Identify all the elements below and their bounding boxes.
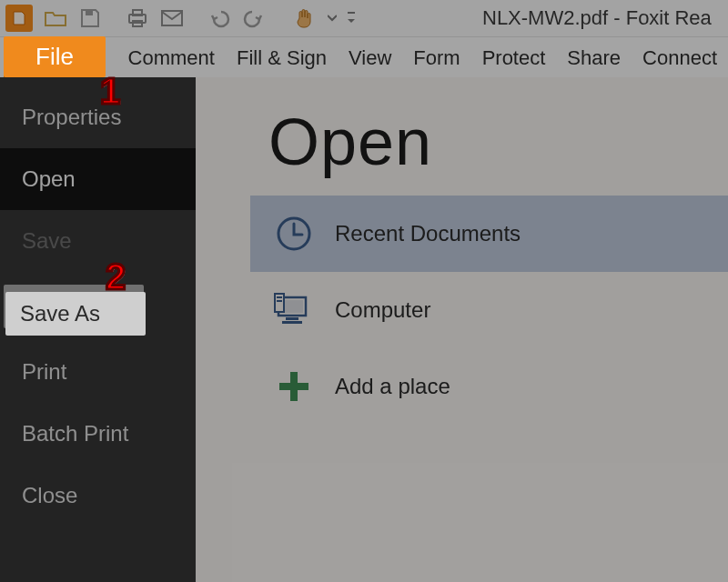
tab-connect[interactable]: Connect [632,37,728,78]
callout-2: 2 [106,256,126,297]
tab-form[interactable]: Form [402,37,470,78]
window-title: NLX-MW2.pdf - Foxit Rea [482,0,712,36]
open-icon[interactable] [42,5,69,32]
sidebar-item-save: Save [0,210,196,272]
app-window: NLX-MW2.pdf - Foxit Rea File Home Commen… [0,0,728,582]
svg-rect-2 [133,10,142,15]
tab-comment[interactable]: Comment [117,37,226,78]
svg-rect-12 [277,296,282,298]
undo-icon[interactable] [206,5,233,32]
svg-rect-13 [277,300,282,302]
tab-fill-sign[interactable]: Fill & Sign [226,37,338,78]
redo-icon[interactable] [240,5,268,32]
highlight-file-tab[interactable]: File [4,36,106,77]
chevron-down-icon[interactable] [326,5,339,32]
tab-view[interactable]: View [338,37,402,78]
sidebar-item-batch-print[interactable]: Batch Print [0,403,196,465]
tab-protect[interactable]: Protect [471,37,557,78]
place-recent-documents[interactable]: Recent Documents [250,196,728,272]
place-label: Computer [318,297,430,323]
highlight-save-as[interactable]: Save As [5,292,146,336]
svg-rect-9 [286,317,298,320]
sidebar-item-open[interactable]: Open [0,148,196,210]
clock-icon [268,214,318,254]
sidebar-item-print[interactable]: Print [0,341,196,403]
place-computer[interactable]: Computer [268,272,728,348]
hand-tool-icon[interactable] [291,5,318,32]
backstage-main: Open Recent Documents Computer [196,77,728,582]
open-places-list: Recent Documents Computer Add a place [268,196,728,425]
plus-icon [268,366,318,406]
computer-icon [268,290,318,330]
toolbar-overflow-icon[interactable] [346,5,357,32]
svg-rect-0 [86,11,93,15]
sidebar-item-close[interactable]: Close [0,465,196,527]
backstage-heading: Open [196,77,728,179]
svg-rect-15 [279,383,308,390]
place-label: Add a place [318,374,450,399]
place-add[interactable]: Add a place [268,348,728,425]
save-icon[interactable] [76,5,104,32]
svg-rect-5 [348,12,355,14]
foxit-app-icon [5,5,33,32]
sidebar-item-properties[interactable]: Properties [0,86,196,148]
tab-share[interactable]: Share [556,37,632,78]
print-icon[interactable] [124,5,151,32]
callout-1: 1 [100,71,120,112]
mail-icon[interactable] [158,5,186,32]
quick-access-toolbar: NLX-MW2.pdf - Foxit Rea [0,0,728,37]
place-label: Recent Documents [318,221,521,246]
svg-rect-10 [282,321,302,324]
